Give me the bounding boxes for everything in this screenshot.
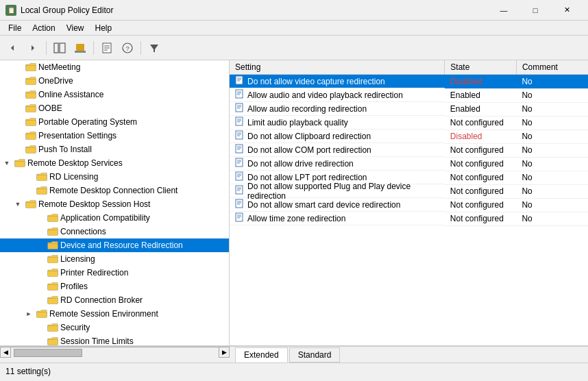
cell-state: Enabled — [445, 102, 517, 116]
cell-setting: Do not allow supported Plug and Play dev… — [230, 184, 445, 198]
cell-comment: No — [516, 75, 588, 89]
scroll-left-button[interactable]: ◀ — [0, 347, 11, 358]
svg-rect-28 — [48, 299, 58, 304]
svg-rect-63 — [236, 172, 243, 180]
table-row[interactable]: Allow time zone redirection Not configur… — [230, 212, 588, 225]
tree-item-3[interactable]: Online Assistance — [0, 88, 229, 101]
tree-label: OneDrive — [38, 76, 73, 86]
table-row[interactable]: Do not allow Clipboard redirection Disab… — [230, 130, 588, 143]
menu-action[interactable]: Action — [27, 22, 60, 34]
tree-item-1[interactable]: NetMeeting — [0, 60, 229, 74]
cell-setting: Do not allow video capture redirection — [230, 75, 445, 88]
table-row[interactable]: Limit audio playback quality Not configu… — [230, 116, 588, 130]
up-button[interactable] — [71, 39, 90, 57]
tree-item-10[interactable]: Remote Desktop Connection Client — [0, 184, 229, 197]
tree-item-18[interactable]: RD Connection Broker — [0, 293, 229, 307]
svg-rect-15 — [26, 121, 36, 126]
col-comment[interactable]: Comment — [516, 60, 588, 75]
table-row[interactable]: Do not allow COM port redirection Not co… — [230, 143, 588, 157]
svg-rect-0 — [54, 43, 58, 53]
properties-button[interactable] — [97, 39, 117, 57]
maximize-button[interactable]: □ — [519, 0, 551, 21]
folder-icon — [25, 145, 36, 154]
tree-item-9[interactable]: RD Licensing — [0, 170, 229, 184]
tree-item-6[interactable]: Presentation Settings — [0, 129, 229, 143]
status-bar: 11 setting(s) — [0, 362, 588, 379]
tree-item-2[interactable]: OneDrive — [0, 74, 229, 88]
table-row[interactable]: Allow audio recording redirection Enable… — [230, 102, 588, 116]
tree-item-12[interactable]: Application Compatibility — [0, 211, 229, 225]
tree-label: Remote Desktop Connection Client — [49, 186, 177, 195]
tree-label: Push To Install — [38, 145, 92, 154]
back-button[interactable] — [3, 39, 22, 57]
cell-state: Not configured — [445, 212, 517, 225]
folder-icon — [25, 117, 36, 127]
scroll-thumb[interactable] — [14, 349, 82, 357]
folder-icon — [47, 282, 58, 291]
svg-rect-12 — [26, 79, 36, 85]
svg-rect-30 — [48, 326, 58, 332]
tab-extended[interactable]: Extended — [235, 347, 288, 362]
menu-help[interactable]: Help — [90, 22, 118, 34]
tree-item-5[interactable]: Portable Operating System — [0, 115, 229, 129]
cell-comment: No — [516, 212, 588, 225]
tree-item-19[interactable]: ► Remote Session Environment — [0, 307, 229, 321]
tree-item-17[interactable]: Profiles — [0, 280, 229, 293]
tree-label: RD Licensing — [49, 172, 98, 182]
tree-item-20[interactable]: Security — [0, 321, 229, 334]
table-row[interactable]: Do not allow supported Plug and Play dev… — [230, 184, 588, 198]
tree-item-11[interactable]: ▼ Remote Desktop Session Host — [0, 197, 229, 211]
folder-icon — [36, 172, 47, 182]
table-row[interactable]: Do not allow video capture redirection D… — [230, 75, 588, 89]
menu-file[interactable]: File — [3, 22, 27, 34]
tree-item-4[interactable]: OOBE — [0, 101, 229, 115]
tab-standard[interactable]: Standard — [289, 347, 341, 362]
toolbar: ? — [0, 36, 588, 60]
table-row[interactable]: Do not allow drive redirection Not confi… — [230, 157, 588, 171]
toolbar-separator-2 — [93, 41, 94, 55]
tree-item-21[interactable]: Session Time Limits — [0, 334, 229, 345]
show-hide-button[interactable] — [50, 39, 69, 57]
tree-item-13[interactable]: Connections — [0, 225, 229, 238]
col-setting[interactable]: Setting — [230, 60, 445, 75]
tree-horizontal-scrollbar[interactable]: ◀ ▶ — [0, 346, 230, 357]
tree-label: Security — [60, 323, 90, 332]
title-bar: 📋 Local Group Policy Editor — □ ✕ — [0, 0, 588, 21]
settings-table-scroll[interactable]: Setting State Comment — [230, 60, 588, 345]
folder-icon — [47, 323, 58, 332]
bottom-area: ◀ ▶ Extended Standard — [0, 345, 588, 362]
tree-item-16[interactable]: Printer Redirection — [0, 266, 229, 280]
folder-icon — [36, 309, 47, 319]
menu-view[interactable]: View — [61, 22, 90, 34]
tree-item-7[interactable]: Push To Install — [0, 143, 229, 156]
tree-item-14[interactable]: Device and Resource Redirection — [0, 238, 229, 252]
svg-rect-59 — [236, 158, 243, 167]
cell-comment: No — [516, 184, 588, 198]
folder-icon — [25, 90, 36, 99]
svg-rect-13 — [26, 93, 36, 99]
tree-item-8[interactable]: ▼ Remote Desktop Services — [0, 156, 229, 170]
status-text: 11 setting(s) — [5, 367, 51, 376]
cell-comment: No — [516, 171, 588, 184]
col-state[interactable]: State — [445, 60, 517, 75]
app-icon: 📋 — [5, 5, 16, 16]
svg-rect-55 — [236, 145, 243, 153]
close-button[interactable]: ✕ — [551, 0, 583, 21]
tree-label: Presentation Settings — [38, 131, 117, 140]
filter-button[interactable] — [145, 39, 164, 57]
cell-state: Not configured — [445, 171, 517, 184]
minimize-button[interactable]: — — [488, 0, 519, 21]
table-row[interactable]: Allow audio and video playback redirecti… — [230, 88, 588, 102]
help-button[interactable]: ? — [118, 39, 137, 57]
scroll-right-button[interactable]: ▶ — [219, 347, 230, 358]
tree-label: Remote Desktop Session Host — [38, 199, 150, 209]
tree-panel[interactable]: NetMeeting OneDrive Online Assistance OO… — [0, 60, 230, 345]
cell-setting: Do not allow drive redirection — [230, 157, 445, 171]
cell-comment: No — [516, 102, 588, 116]
tree-item-15[interactable]: Licensing — [0, 252, 229, 266]
forward-button[interactable] — [23, 39, 42, 57]
cell-comment: No — [516, 143, 588, 157]
cell-state: Disabled — [445, 130, 517, 143]
setting-icon — [235, 185, 245, 197]
cell-comment: No — [516, 130, 588, 143]
